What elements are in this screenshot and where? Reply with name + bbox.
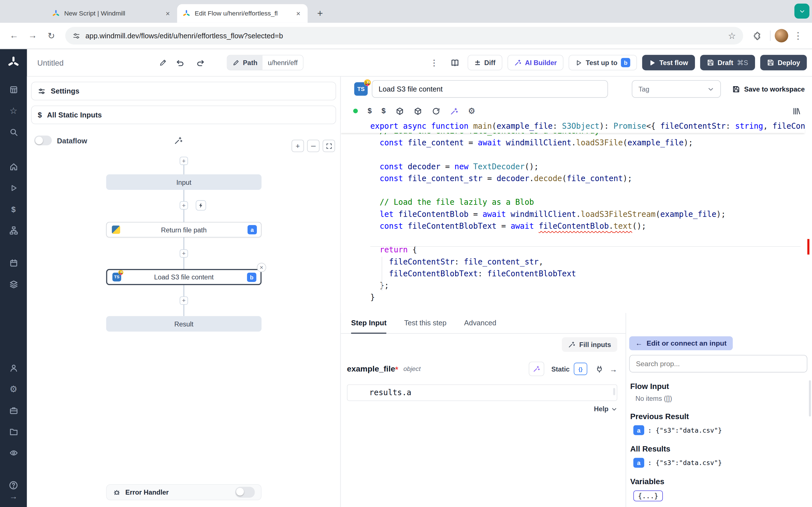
sidebar-item-runs[interactable] xyxy=(10,182,17,193)
js-editor-toggle[interactable]: {} xyxy=(574,363,587,375)
add-step-top-button[interactable]: + xyxy=(180,157,188,165)
sidebar-item-schedules[interactable] xyxy=(9,258,18,268)
sidebar-item-folders[interactable] xyxy=(9,426,18,437)
fullscreen-button[interactable] xyxy=(322,140,335,152)
sidebar-item-help[interactable] xyxy=(9,480,18,490)
sidebar-item-settings[interactable]: ⚙ xyxy=(10,384,17,394)
path-value[interactable]: u/henri/eff xyxy=(263,55,303,70)
site-settings-icon[interactable] xyxy=(72,32,80,40)
ai-wand-icon[interactable] xyxy=(450,106,458,115)
previous-result-item[interactable]: a : {"s3":"data.csv"} xyxy=(633,425,807,435)
delete-step-button[interactable]: × xyxy=(257,263,266,272)
flow-title[interactable]: Untitled xyxy=(37,58,167,67)
sidebar-item-workers[interactable] xyxy=(9,279,18,289)
reload-icon[interactable] xyxy=(432,106,440,115)
result-node[interactable]: Result xyxy=(106,316,262,332)
step-b-node-selected[interactable]: TS 😜 Load S3 file content b xyxy=(106,269,262,285)
draft-button[interactable]: Draft ⌘S xyxy=(700,55,755,70)
bookmark-star-icon[interactable]: ☆ xyxy=(728,31,736,41)
sidebar-item-resources[interactable] xyxy=(9,225,18,235)
library-icon[interactable] xyxy=(792,106,801,115)
browser-menu-icon[interactable]: ⋮ xyxy=(789,27,807,45)
zoom-out-button[interactable]: − xyxy=(307,140,319,152)
left-rail: ☆ $ ⚙ xyxy=(0,49,27,507)
tab-test-this-step[interactable]: Test this step xyxy=(404,313,446,334)
tab-close-icon[interactable]: × xyxy=(163,9,172,17)
input-node[interactable]: Input xyxy=(106,174,262,190)
undo-button[interactable] xyxy=(172,55,188,70)
window-dropdown-button[interactable] xyxy=(795,4,809,18)
sidebar-item-home[interactable] xyxy=(9,161,18,172)
all-results-item[interactable]: a : {"s3":"data.csv"} xyxy=(633,458,807,468)
sidebar-item-variables[interactable]: $ xyxy=(11,204,15,214)
save-to-workspace-button[interactable]: Save to workspace xyxy=(732,85,805,93)
browser-window: New Script | Windmill × Edit Flow u/henr… xyxy=(0,0,812,507)
tag-select[interactable]: Tag xyxy=(632,80,721,98)
test-up-to-button[interactable]: Test up to b xyxy=(569,55,637,70)
redo-button[interactable] xyxy=(193,55,208,70)
extensions-icon[interactable] xyxy=(748,27,766,45)
flow-settings-button[interactable]: Settings xyxy=(31,82,336,100)
package-icon[interactable] xyxy=(396,106,404,115)
path-control[interactable]: Path u/henri/eff xyxy=(227,55,303,70)
input-expression-editor[interactable]: results.a xyxy=(347,385,617,401)
profile-avatar[interactable] xyxy=(775,29,788,43)
trigger-bolt-button[interactable] xyxy=(196,200,206,211)
sidebar-item-favorites[interactable]: ☆ xyxy=(10,106,17,116)
error-handler-toggle[interactable] xyxy=(235,487,255,498)
error-handler-row[interactable]: Error Handler xyxy=(106,484,262,500)
flow-title-text: Untitled xyxy=(37,58,63,67)
tab-step-input[interactable]: Step Input xyxy=(351,313,387,334)
variables-icon[interactable]: $ xyxy=(368,107,371,115)
reload-button[interactable]: ↻ xyxy=(43,27,60,45)
sidebar-collapse-icon[interactable]: → xyxy=(9,492,17,502)
new-tab-button[interactable]: + xyxy=(313,6,327,20)
edit-or-connect-button[interactable]: ← Edit or connect an input xyxy=(629,336,733,350)
browser-tab-1[interactable]: New Script | Windmill × xyxy=(47,4,177,23)
code-editor[interactable]: export async function main(example_file:… xyxy=(341,120,812,313)
step-a-node[interactable]: Return file path a xyxy=(106,222,262,237)
sidebar-item-apps[interactable] xyxy=(9,84,18,95)
more-options-icon[interactable]: ⋮ xyxy=(426,55,442,70)
docs-book-icon[interactable] xyxy=(447,55,463,70)
sidebar-item-workspace[interactable] xyxy=(9,405,18,415)
help-toggle[interactable]: Help xyxy=(594,405,617,413)
diff-button[interactable]: ± Diff xyxy=(468,55,502,70)
windmill-logo[interactable] xyxy=(7,55,20,69)
emoji-badge: 😜 xyxy=(363,79,371,87)
deploy-button[interactable]: Deploy xyxy=(760,55,807,70)
add-step-button[interactable]: + xyxy=(180,201,188,209)
panel-scrollbar[interactable] xyxy=(809,380,811,416)
diff-icon: ± xyxy=(474,59,481,67)
forward-button[interactable]: → xyxy=(24,27,41,45)
omnibox[interactable]: app.windmill.dev/flows/edit/u/henri/effo… xyxy=(65,27,743,45)
search-prop-input[interactable] xyxy=(629,355,808,372)
url-text[interactable]: app.windmill.dev/flows/edit/u/henri/effo… xyxy=(86,32,723,40)
editor-settings-icon[interactable]: ⚙ xyxy=(468,106,475,116)
browser-tab-2[interactable]: Edit Flow u/henri/effortless_fl × xyxy=(177,4,308,23)
insert-arrow-icon[interactable]: → xyxy=(610,364,617,373)
variables-chip[interactable]: {...} xyxy=(633,490,663,501)
auto-layout-wand-icon[interactable] xyxy=(174,135,183,145)
sidebar-item-users[interactable] xyxy=(9,363,18,373)
sidebar-item-search[interactable] xyxy=(9,127,18,137)
path-segment[interactable]: Path xyxy=(227,55,262,70)
resources-icon[interactable]: $ xyxy=(382,107,386,115)
add-step-button[interactable]: + xyxy=(180,296,188,304)
ai-fill-button[interactable] xyxy=(529,362,544,376)
package-icon[interactable] xyxy=(414,106,422,115)
tab-advanced[interactable]: Advanced xyxy=(464,313,496,334)
step-title-input[interactable] xyxy=(372,80,608,98)
tab-close-icon[interactable]: × xyxy=(294,9,302,17)
sidebar-item-audit-logs[interactable] xyxy=(9,448,18,458)
edit-pencil-icon[interactable] xyxy=(159,59,167,66)
test-flow-button[interactable]: Test flow xyxy=(642,55,695,70)
fill-inputs-button[interactable]: Fill inputs xyxy=(562,337,617,352)
all-static-inputs-button[interactable]: $ All Static Inputs xyxy=(31,106,336,124)
back-button[interactable]: ← xyxy=(5,27,22,45)
ai-builder-button[interactable]: AI Builder xyxy=(507,55,563,70)
dataflow-toggle[interactable] xyxy=(34,135,52,145)
add-step-button[interactable]: + xyxy=(180,249,188,258)
zoom-in-button[interactable]: + xyxy=(292,140,304,152)
plug-icon[interactable] xyxy=(596,364,603,374)
